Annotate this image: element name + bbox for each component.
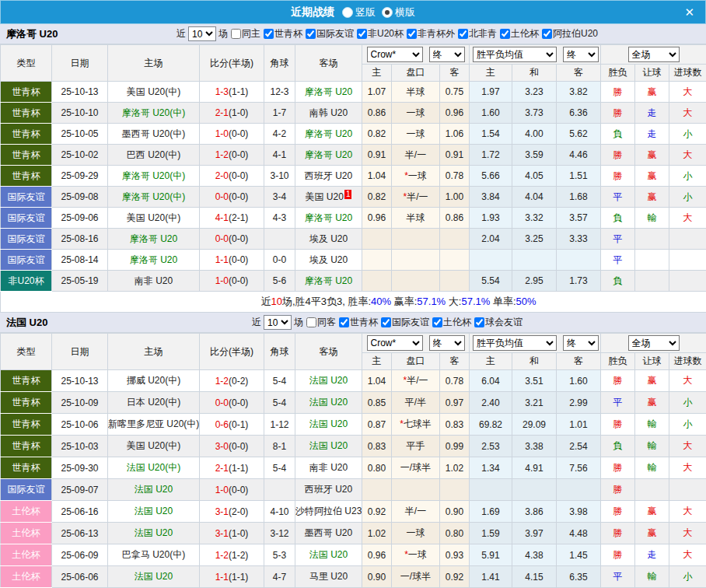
cup-checkbox[interactable]	[474, 317, 484, 327]
away-team[interactable]: 法国 U20	[295, 370, 362, 392]
away-odds: 0.91	[440, 145, 470, 166]
cup-label[interactable]: 北非青	[469, 27, 497, 40]
away-team[interactable]: 墨西哥 U20	[295, 523, 362, 544]
same-venue-checkbox[interactable]	[306, 317, 316, 327]
table-row: 世青杯25-10-13挪威 U20(中)1-2(0-2)5-4法国 U201.0…	[1, 370, 706, 392]
cup-checkbox[interactable]	[542, 29, 552, 39]
odds-source-select[interactable]: Crow*	[367, 335, 423, 351]
away-team[interactable]: 沙特阿拉伯 U23	[295, 501, 362, 523]
vertical-layout-radio[interactable]	[342, 7, 353, 18]
cup-label[interactable]: 国际友谊	[316, 27, 354, 40]
away-team[interactable]: 南韩 U20	[295, 103, 362, 124]
home-team[interactable]: 美国 U20(中)	[108, 82, 200, 103]
avg-home-odds: 2.53	[470, 436, 512, 457]
cup-checkbox[interactable]	[407, 29, 417, 39]
col-header: 客场	[295, 334, 362, 370]
close-icon[interactable]: ✕	[681, 5, 697, 20]
match-scope-select[interactable]: 全场	[628, 47, 680, 62]
away-team[interactable]: 摩洛哥 U20	[295, 208, 362, 229]
home-team[interactable]: 墨西哥 U20(中)	[108, 124, 200, 145]
home-odds: 0.96	[362, 208, 392, 229]
cup-checkbox[interactable]	[381, 317, 391, 327]
final-odds-select[interactable]: 终	[429, 335, 465, 351]
home-team[interactable]: 巴拿马 U20(中)	[108, 544, 200, 566]
home-team[interactable]: 摩洛哥 U20	[108, 250, 200, 271]
odds-source-select[interactable]: Crow*	[367, 47, 423, 62]
horizontal-layout-label[interactable]: 横版	[395, 5, 415, 19]
cup-checkbox[interactable]	[458, 29, 468, 39]
result-goals: 大	[669, 501, 706, 523]
home-team[interactable]: 南非 U20	[108, 271, 200, 292]
cup-label[interactable]: 国际友谊	[392, 316, 429, 329]
home-team[interactable]: 美国 U20(中)	[108, 436, 200, 457]
away-team[interactable]: 摩洛哥 U20	[295, 124, 362, 145]
cup-label[interactable]: 非U20杯	[368, 27, 404, 40]
home-team[interactable]: 挪威 U20(中)	[108, 370, 200, 392]
away-team[interactable]: 埃及 U20	[295, 250, 362, 271]
away-team[interactable]: 法国 U20	[295, 392, 362, 414]
home-team[interactable]: 法国 U20(中)	[108, 457, 200, 479]
home-team[interactable]: 摩洛哥 U20(中)	[108, 187, 200, 208]
cup-label[interactable]: 世青杯	[274, 27, 302, 40]
away-team[interactable]: 摩洛哥 U20	[295, 82, 362, 103]
away-team[interactable]: 摩洛哥 U20	[295, 145, 362, 166]
match-date: 25-08-14	[52, 250, 108, 271]
avg-draw-odds: 3.97	[512, 523, 557, 544]
competition-badge: 国际友谊	[1, 479, 52, 501]
home-team[interactable]: 新喀里多尼亚 U20(中)	[108, 414, 200, 436]
away-team[interactable]: 法国 U20	[295, 436, 362, 457]
cup-checkbox[interactable]	[306, 29, 316, 39]
away-team[interactable]: 南非 U20	[295, 457, 362, 479]
home-team[interactable]: 法国 U20	[108, 523, 200, 544]
recent-count-select[interactable]: 10	[264, 315, 292, 330]
away-team[interactable]: 西班牙 U20	[295, 166, 362, 187]
cup-checkbox[interactable]	[432, 317, 442, 327]
away-team[interactable]: 马里 U20	[295, 566, 362, 588]
away-team[interactable]: 埃及 U20	[295, 229, 362, 250]
home-team[interactable]: 法国 U20	[108, 479, 200, 501]
cup-checkbox[interactable]	[500, 29, 510, 39]
same-venue-label[interactable]: 同客	[317, 316, 336, 329]
home-team[interactable]: 摩洛哥 U20(中)	[108, 103, 200, 124]
cup-checkbox[interactable]	[264, 29, 274, 39]
away-team[interactable]: 摩洛哥 U20	[295, 271, 362, 292]
cup-label[interactable]: 球会友谊	[485, 316, 523, 329]
final-avg-select[interactable]: 终	[563, 47, 599, 62]
away-team[interactable]: 法国 U20	[295, 544, 362, 566]
cup-label[interactable]: 土伦杯	[443, 316, 471, 329]
cup-label[interactable]: 阿拉伯U20	[553, 27, 598, 40]
result-handicap: 走	[635, 124, 669, 145]
avg-away-odds	[557, 250, 601, 271]
away-team[interactable]: 美国 U201	[295, 187, 362, 208]
same-venue-label[interactable]: 同主	[242, 27, 260, 40]
match-scope-select[interactable]: 全场	[628, 335, 680, 351]
away-team[interactable]: 法国 U20	[295, 414, 362, 436]
final-odds-select[interactable]: 终	[429, 47, 465, 62]
avg-home-odds: 6.04	[470, 370, 512, 392]
final-avg-select[interactable]: 终	[563, 335, 599, 351]
away-team[interactable]: 西班牙 U20	[295, 479, 362, 501]
cup-checkbox[interactable]	[357, 29, 367, 39]
home-team[interactable]: 美国 U20(中)	[108, 208, 200, 229]
recent-count-select[interactable]: 10	[188, 26, 216, 41]
horizontal-layout-radio[interactable]	[382, 7, 393, 18]
vertical-layout-label[interactable]: 竖版	[355, 5, 376, 19]
result-outcome: 負	[601, 208, 635, 229]
same-venue-checkbox[interactable]	[231, 29, 241, 39]
match-date: 25-10-06	[52, 414, 108, 436]
home-team[interactable]: 日本 U20(中)	[108, 392, 200, 414]
cup-label[interactable]: 世青杯	[350, 316, 378, 329]
corner-count: 4-3	[264, 208, 295, 229]
cup-label[interactable]: 非青杯外	[418, 27, 455, 40]
home-team[interactable]: 巴西 U20(中)	[108, 145, 200, 166]
corner-count: 1-7	[264, 103, 295, 124]
cup-label[interactable]: 土伦杯	[511, 27, 539, 40]
col-subheader: 主	[362, 353, 392, 370]
avg-odds-select[interactable]: 胜平负均值	[473, 47, 557, 62]
home-team[interactable]: 摩洛哥 U20(中)	[108, 166, 200, 187]
cup-checkbox[interactable]	[339, 317, 349, 327]
avg-odds-select[interactable]: 胜平负均值	[473, 335, 557, 351]
home-team[interactable]: 法国 U20	[108, 566, 200, 588]
home-team[interactable]: 摩洛哥 U20	[108, 229, 200, 250]
home-team[interactable]: 法国 U20	[108, 501, 200, 523]
